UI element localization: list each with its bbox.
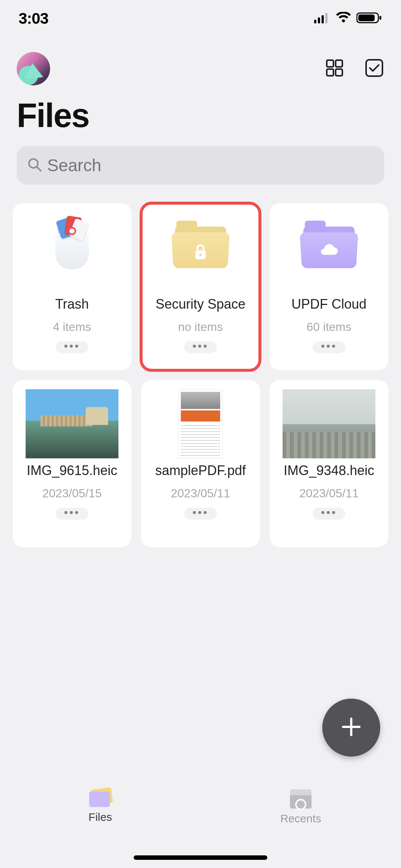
item-security-space[interactable]: Security Space no items ••• xyxy=(141,203,260,370)
item-file[interactable]: IMG_9615.heic 2023/05/15 ••• xyxy=(13,380,131,547)
svg-rect-5 xyxy=(358,14,375,21)
svg-rect-0 xyxy=(314,20,316,23)
item-title: Security Space xyxy=(145,296,256,312)
item-title: IMG_9348.heic xyxy=(273,463,385,478)
item-title: samplePDF.pdf xyxy=(145,463,256,478)
item-file[interactable]: samplePDF.pdf 2023/05/11 ••• xyxy=(141,380,260,547)
svg-rect-3 xyxy=(325,13,327,23)
file-grid: Trash 4 items ••• Security Space no item… xyxy=(0,203,401,547)
svg-rect-8 xyxy=(336,60,342,67)
locked-folder-icon xyxy=(175,227,226,267)
item-trash[interactable]: Trash 4 items ••• xyxy=(13,203,131,370)
svg-point-12 xyxy=(29,159,38,168)
item-subtitle: no items xyxy=(178,320,223,334)
status-indicators xyxy=(314,12,382,25)
tab-recents[interactable]: Recents xyxy=(200,779,401,868)
item-subtitle: 60 items xyxy=(307,320,352,334)
tab-bar: Files Recents xyxy=(0,779,401,868)
svg-rect-2 xyxy=(322,15,324,23)
search-input[interactable] xyxy=(47,155,374,175)
add-button[interactable] xyxy=(322,699,380,757)
item-updf-cloud[interactable]: UPDF Cloud 60 items ••• xyxy=(270,203,388,370)
files-tab-icon xyxy=(89,789,111,807)
more-button[interactable]: ••• xyxy=(313,508,345,520)
search-icon xyxy=(27,157,42,173)
image-thumbnail xyxy=(26,389,118,458)
tab-label: Files xyxy=(88,811,112,823)
pdf-thumbnail xyxy=(178,389,223,458)
svg-rect-11 xyxy=(366,60,382,76)
plus-icon xyxy=(339,715,363,740)
item-title: UPDF Cloud xyxy=(273,296,385,312)
status-time: 3:03 xyxy=(19,10,48,27)
svg-point-14 xyxy=(199,254,202,256)
battery-icon xyxy=(356,12,382,25)
tab-files[interactable]: Files xyxy=(0,779,200,868)
image-thumbnail xyxy=(283,389,375,458)
more-button[interactable]: ••• xyxy=(184,341,217,353)
more-button[interactable]: ••• xyxy=(184,508,217,520)
svg-rect-6 xyxy=(379,16,381,20)
item-subtitle: 2023/05/11 xyxy=(299,487,359,500)
item-title: Trash xyxy=(16,296,128,312)
more-button[interactable]: ••• xyxy=(313,341,345,353)
more-button[interactable]: ••• xyxy=(56,508,88,520)
svg-rect-1 xyxy=(318,17,320,23)
page-title: Files xyxy=(0,93,401,146)
more-button[interactable]: ••• xyxy=(56,341,88,353)
select-icon[interactable] xyxy=(364,58,384,79)
svg-rect-10 xyxy=(336,69,342,76)
status-bar: 3:03 xyxy=(0,0,401,37)
svg-rect-7 xyxy=(327,60,333,67)
recents-tab-icon xyxy=(290,789,312,809)
grid-view-icon[interactable] xyxy=(325,59,344,79)
item-subtitle: 4 items xyxy=(53,320,91,334)
search-bar[interactable] xyxy=(17,146,384,185)
header xyxy=(0,37,401,93)
svg-rect-9 xyxy=(327,69,333,76)
cloud-folder-icon xyxy=(303,227,355,267)
cellular-icon xyxy=(314,12,330,25)
trash-icon xyxy=(52,225,92,269)
wifi-icon xyxy=(336,12,351,25)
tab-label: Recents xyxy=(280,812,321,825)
lock-icon xyxy=(193,244,208,261)
item-subtitle: 2023/05/11 xyxy=(171,487,230,500)
item-file[interactable]: IMG_9348.heic 2023/05/11 ••• xyxy=(270,380,388,547)
avatar[interactable] xyxy=(17,52,50,85)
home-indicator xyxy=(134,855,267,860)
cloud-icon xyxy=(319,244,339,258)
item-subtitle: 2023/05/15 xyxy=(42,487,102,500)
item-title: IMG_9615.heic xyxy=(16,463,128,478)
